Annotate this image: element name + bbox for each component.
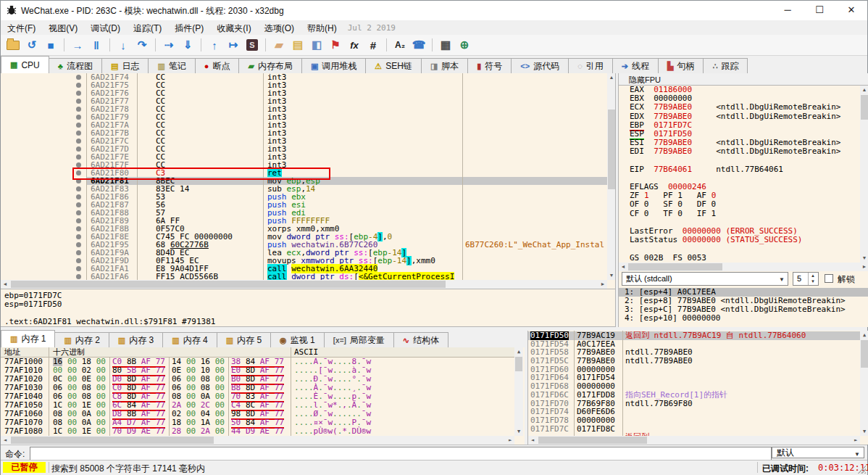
breakpoint-dot[interactable]: [76, 266, 81, 271]
disasm-vertical-scrollbar[interactable]: ▲ ▼: [607, 73, 616, 280]
disasm-row[interactable]: 6AD21FA6FF15 ACD5566Bcall dword ptr ds:[…: [1, 273, 607, 280]
vertical-splitter[interactable]: [616, 73, 618, 327]
patches-icon[interactable]: ▰: [270, 37, 288, 53]
menu-item-h[interactable]: 帮助(H): [301, 22, 343, 35]
register-line[interactable]: EIP 77B64061 ntdll.77B64061: [619, 165, 859, 174]
tab-句柄[interactable]: ▙句柄: [659, 58, 704, 73]
tab-结构体[interactable]: ∿结构体: [394, 332, 448, 347]
argument-count-stepper[interactable]: 5 ▲▼: [793, 272, 819, 286]
tab-内存布局[interactable]: ▰内存布局: [239, 58, 301, 73]
registers-vertical-scrollbar[interactable]: ▲ ▼: [860, 86, 868, 263]
stack-row[interactable]: 0171FD7800000000: [528, 416, 860, 425]
menu-item-i[interactable]: 收藏夹(I): [210, 22, 257, 35]
breakpoint-dot[interactable]: [76, 242, 81, 247]
breakpoint-dot[interactable]: [76, 83, 81, 88]
stack-row[interactable]: 0171FD6C0171FDD8指向SEH_Record[1]的指针: [528, 391, 860, 400]
stop-icon[interactable]: ■: [42, 37, 59, 53]
open-file-icon[interactable]: [4, 37, 22, 53]
skip-exceptions-icon[interactable]: S: [243, 37, 261, 53]
run-icon[interactable]: →: [69, 37, 86, 53]
tab-局部变量[interactable]: [x=]局部变量: [325, 332, 394, 347]
tab-CPU[interactable]: ▦CPU: [1, 56, 49, 73]
comments-icon[interactable]: ▤: [289, 37, 306, 53]
command-type-dropdown[interactable]: 默认 ▼: [772, 447, 864, 458]
breakpoint-dot[interactable]: [76, 131, 81, 136]
tab-线程[interactable]: ➔线程: [613, 58, 659, 73]
tab-监视 1[interactable]: ◉监视 1: [271, 332, 325, 347]
breakpoint-dot[interactable]: [76, 186, 81, 191]
register-line[interactable]: LastStatus 00000000 (STATUS_SUCCESS): [619, 236, 859, 244]
dump-horizontal-scrollbar[interactable]: ◄ ►: [1, 436, 514, 445]
argument-row[interactable]: 4: [esp+10] 00000000: [619, 314, 868, 323]
stack-vertical-scrollbar[interactable]: ▲ ▼: [860, 331, 868, 436]
tab-断点[interactable]: ●断点: [196, 58, 240, 73]
registers-pane[interactable]: 隐藏FPU EAX 01186000EBX 00000000ECX 77B9AB…: [618, 73, 868, 327]
tab-内存 2[interactable]: ▥内存 2: [55, 332, 109, 347]
bookmarks-icon[interactable]: ⚑: [327, 37, 344, 53]
breakpoint-dot[interactable]: [76, 178, 81, 183]
memory-map-icon[interactable]: #: [364, 37, 382, 53]
breakpoint-dot[interactable]: [76, 202, 81, 207]
stack-row[interactable]: 0171FD5077B9AC19返回到 ntdll.77B9AC19 自 ntd…: [528, 331, 860, 340]
breakpoint-dot[interactable]: [76, 250, 81, 255]
tab-调用堆栈[interactable]: ▣调用堆栈: [302, 58, 366, 73]
maximize-button[interactable]: ☐: [804, 1, 835, 20]
registers-list[interactable]: EAX 01186000EBX 00000000ECX 77B9ABE0 <nt…: [619, 86, 859, 263]
breakpoint-dot[interactable]: [76, 274, 81, 279]
breakpoint-dot[interactable]: [76, 146, 81, 152]
tab-内存 4[interactable]: ▥内存 4: [163, 332, 217, 347]
register-line[interactable]: EDI 77B9ABE0 <ntdll.DbgUiRemoteBreakin>: [619, 147, 859, 156]
tab-内存 5[interactable]: ▥内存 5: [217, 332, 271, 347]
tab-SEH链[interactable]: ⚠SEH链: [366, 58, 422, 73]
breakpoint-dot[interactable]: [76, 107, 81, 112]
breakpoint-dot[interactable]: [76, 210, 81, 215]
stack-pane[interactable]: 0171FD5077B9AC19返回到 ntdll.77B9AC19 自 ntd…: [527, 331, 868, 445]
calling-convention-dropdown[interactable]: 默认 (stdcall) ▼: [622, 272, 788, 286]
register-line[interactable]: CF 0 TF 0 IF 1: [619, 210, 859, 218]
menu-item-t[interactable]: 追踪(T): [127, 22, 168, 35]
tab-引用[interactable]: ◌引用: [569, 58, 613, 73]
breakpoint-dot[interactable]: [76, 218, 81, 223]
breakpoint-dot[interactable]: [76, 170, 81, 175]
breakpoint-dot[interactable]: [76, 91, 81, 96]
stack-horizontal-scrollbar[interactable]: ◄ ►: [528, 436, 860, 445]
breakpoint-dot[interactable]: [76, 139, 81, 144]
tab-跟踪[interactable]: ∴跟踪: [704, 58, 748, 73]
animate-over-icon[interactable]: ⇓: [179, 37, 196, 53]
tab-源代码[interactable]: <>源代码: [512, 58, 569, 73]
breakpoint-dot[interactable]: [76, 75, 81, 80]
dump-row[interactable]: 77AF10801C 00 1E 0070 D9 AE 7728 00 2A 0…: [1, 427, 514, 436]
menu-item-d[interactable]: 调试(D): [84, 22, 127, 35]
memory-dump-pane[interactable]: 地址 十六进制 ASCII 77AF100016 00 18 00C0 8B A…: [1, 347, 525, 445]
breakpoint-dot[interactable]: [76, 154, 81, 160]
menu-item-p[interactable]: 插件(P): [168, 22, 210, 35]
tab-笔记[interactable]: ▥笔记: [149, 58, 195, 73]
disassembly-pane[interactable]: 6AD21F74CCint36AD21F75CCint36AD21F76CCin…: [1, 73, 616, 289]
tab-日志[interactable]: ▤日志: [102, 58, 149, 73]
tab-流程图[interactable]: ♣流程图: [49, 58, 102, 73]
minimize-button[interactable]: ─: [772, 1, 804, 20]
stepper-arrows-icon[interactable]: ▲▼: [808, 273, 817, 285]
disasm-horizontal-scrollbar[interactable]: ◄ ►: [1, 280, 607, 289]
menu-item-f[interactable]: 文件(F): [1, 22, 42, 35]
restart-icon[interactable]: ↺: [23, 37, 41, 53]
arguments-list[interactable]: 1: [esp+4] A0C17EEA2: [esp+8] 77B9ABE0 <…: [619, 288, 868, 327]
breakpoint-dot[interactable]: [76, 123, 81, 128]
hide-fpu-button[interactable]: 隐藏FPU: [619, 73, 868, 86]
menu-item-o[interactable]: 选项(O): [258, 22, 301, 35]
stack-row[interactable]: 0171FD7C0171FD8C: [528, 425, 860, 434]
strings-icon[interactable]: A₂: [391, 37, 409, 53]
animate-into-icon[interactable]: ⇢: [160, 37, 178, 53]
close-button[interactable]: ✕: [835, 1, 867, 20]
unlock-checkbox[interactable]: [825, 274, 833, 283]
phone-icon[interactable]: ☎: [410, 37, 427, 53]
tab-内存 1[interactable]: ▥内存 1: [1, 330, 55, 347]
globe-icon[interactable]: ⊕: [456, 37, 473, 53]
menu-item-v[interactable]: 视图(V): [42, 22, 84, 35]
stack-row[interactable]: 0171FD5C77B9ABE0ntdll.77B9ABE0: [528, 357, 860, 365]
breakpoint-dot[interactable]: [76, 99, 81, 104]
step-into-icon[interactable]: ↓: [114, 37, 132, 53]
breakpoint-dot[interactable]: [76, 234, 81, 239]
tab-符号[interactable]: ▮符号: [468, 58, 512, 73]
pause-icon[interactable]: ‖: [88, 37, 105, 53]
